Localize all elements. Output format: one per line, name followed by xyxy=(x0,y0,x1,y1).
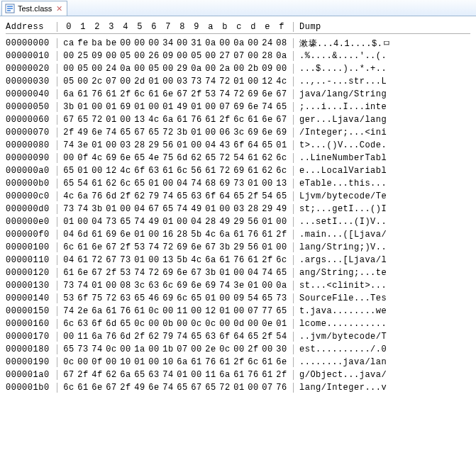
file-tab[interactable]: Test.class ✕ xyxy=(1,1,67,16)
hex-byte: 2f xyxy=(118,242,133,252)
hex-bytes: 743e010003282956010004436f646501 xyxy=(57,140,294,150)
hex-byte: 04 xyxy=(189,217,204,227)
hex-row[interactable]: 0000003005002c07002d0100037374720100124c… xyxy=(6,75,470,88)
hex-row[interactable]: 000000c04c6a766d2f62797465636f64652f5465… xyxy=(6,190,470,203)
hex-row[interactable]: 000000d073743b01000467657449010003282949… xyxy=(6,203,470,215)
hex-byte: 6e xyxy=(260,89,275,99)
hex-byte: 6f xyxy=(133,166,147,176)
hex-row[interactable]: 000000100025090005002609000500270700280a… xyxy=(6,50,470,62)
hex-byte: 6a xyxy=(90,332,104,342)
close-icon[interactable]: ✕ xyxy=(55,4,64,13)
hex-byte: 00 xyxy=(189,306,204,316)
hex-byte: 12 xyxy=(260,77,275,86)
hex-row[interactable]: 0000017000116a766d2f62797465636f64652f54… xyxy=(6,330,470,343)
hex-byte: 77 xyxy=(260,306,275,316)
hex-row[interactable]: 0000013073740100083c636c696e69743e01000a… xyxy=(6,279,470,292)
hex-byte: 56 xyxy=(189,166,204,176)
hex-row[interactable]: 0000011004617267730100135b4c6a6176612f6c… xyxy=(6,254,470,266)
hex-byte: 27 xyxy=(218,51,232,61)
hex-byte: 69 xyxy=(232,166,246,176)
address-cell: 000000c0 xyxy=(6,191,57,201)
hex-byte: 0b xyxy=(161,319,175,329)
hex-byte: 13 xyxy=(161,255,175,265)
hex-byte: 61 xyxy=(104,89,118,99)
hex-byte: 01 xyxy=(275,140,289,150)
hex-byte: 0c xyxy=(189,319,204,329)
hex-byte: 0a xyxy=(275,281,289,291)
hex-byte: 74 xyxy=(260,102,275,112)
hex-byte: 73 xyxy=(62,281,76,291)
hex-byte: 67 xyxy=(104,255,118,265)
hex-byte: 00 xyxy=(90,102,104,112)
hex-byte: 00 xyxy=(232,64,246,74)
hex-byte: 54 xyxy=(232,153,246,163)
hex-row[interactable]: 000000a0650100124c6f63616c5661726961626c… xyxy=(6,164,470,177)
hex-byte: 6e xyxy=(260,115,275,125)
hex-byte: 63 xyxy=(204,332,218,342)
hex-row[interactable]: 000000b0655461626c6501000474686973010013… xyxy=(6,177,470,190)
hex-row[interactable]: 00000020000500240a000500290a002a002b0900… xyxy=(6,62,470,75)
hex-byte: 00 xyxy=(147,38,161,48)
hex-byte: 6c xyxy=(133,89,147,99)
hex-byte: 76 xyxy=(118,306,133,316)
hex-row[interactable]: 00000140536f7572636546696c65010009546573… xyxy=(6,292,470,305)
hex-row[interactable]: 000001006c616e672f537472696e673b29560100… xyxy=(6,241,470,254)
hex-row[interactable]: 000001900c000f00100100106a6176612f6c616e… xyxy=(6,356,470,369)
address-cell: 000000e0 xyxy=(6,217,57,227)
address-cell: 00000040 xyxy=(6,89,57,99)
hex-bytes: 4c6a766d2f62797465636f64652f5465 xyxy=(57,191,294,201)
hex-bytes: 05002c07002d0100037374720100124c xyxy=(57,77,294,86)
hex-row[interactable]: 00000000cafebabe0000003400310a000a002408… xyxy=(6,37,470,50)
hex-col-header: c xyxy=(232,22,246,32)
hex-row[interactable]: 000001806573740c001a001b07002e0c002f0030… xyxy=(6,343,470,356)
hex-row[interactable]: 000000606765720100134c6a6176612f6c616e67… xyxy=(6,113,470,126)
hex-byte: 00 xyxy=(189,344,204,354)
hex-byte: 65 xyxy=(275,191,289,201)
hex-bytes: 046d61696e010016285b4c6a6176612f xyxy=(57,230,294,240)
hex-byte: 6e xyxy=(161,89,175,99)
hex-byte: 00 xyxy=(260,179,275,189)
hex-byte: 2f xyxy=(76,370,90,380)
hex-bytes: 742e6a6176610c001100120100077765 xyxy=(57,306,294,316)
hex-row[interactable]: 00000150742e6a6176610c001100120100077765… xyxy=(6,305,470,318)
hex-byte: 2f xyxy=(260,255,275,265)
hex-byte: 26 xyxy=(147,51,161,61)
hex-byte: 4c xyxy=(204,230,218,240)
hex-byte: 79 xyxy=(161,332,175,342)
hex-bytes: 672f4f626a6563740100116a6176612f xyxy=(57,370,294,380)
hex-row[interactable]: 000001b06c616e672f496e746567657201000776… xyxy=(6,381,470,394)
ascii-dump: .args...[Ljava/l xyxy=(294,255,387,265)
hex-byte: 1b xyxy=(161,344,175,354)
hex-byte: 6e xyxy=(118,153,133,163)
hex-byte: 65 xyxy=(118,319,133,329)
hex-byte: 01 xyxy=(104,115,118,125)
hex-byte: 01 xyxy=(232,77,246,86)
hex-byte: 01 xyxy=(161,217,175,227)
ascii-dump: g/Object...java/ xyxy=(294,370,387,380)
hex-byte: 3c xyxy=(232,128,246,137)
hex-row[interactable]: 00000120616e672f537472696e673b0100047465… xyxy=(6,266,470,279)
hex-row[interactable]: 000000503b0100016901000149010007696e7465… xyxy=(6,101,470,113)
hex-row[interactable]: 000000e001000473657449010004284929560100… xyxy=(6,215,470,228)
hex-byte: 13 xyxy=(133,115,147,125)
hex-byte: 00 xyxy=(147,102,161,112)
hex-row[interactable]: 00000090000f4c696e654e756d6265725461626c… xyxy=(6,152,470,164)
hex-row[interactable]: 000000406a6176612f6c616e672f537472696e67… xyxy=(6,88,470,101)
hex-row[interactable]: 000000702f496e74656765723b0100063c696e69… xyxy=(6,126,470,139)
hex-byte: 69 xyxy=(246,89,260,99)
hex-row[interactable]: 000001606c636f6d650c000b000c0c000d000e01… xyxy=(6,318,470,330)
hex-byte: 00 xyxy=(62,51,76,61)
hex-byte: 11 xyxy=(175,306,189,316)
hex-byte: 65 xyxy=(260,293,275,303)
hex-row[interactable]: 00000080743e010003282956010004436f646501… xyxy=(6,139,470,152)
ascii-dump: st;...getI...()I xyxy=(294,204,387,214)
address-cell: 00000160 xyxy=(6,319,57,329)
hex-byte: 65 xyxy=(246,332,260,342)
address-cell: 00000090 xyxy=(6,153,57,163)
hex-byte: 00 xyxy=(175,51,189,61)
hex-row[interactable]: 000000f0046d61696e010016285b4c6a6176612f… xyxy=(6,228,470,241)
hex-row[interactable]: 000001a0672f4f626a6563740100116a6176612f… xyxy=(6,369,470,381)
hex-byte: 6c xyxy=(275,166,289,176)
hex-byte: 6c xyxy=(246,357,260,367)
hex-byte: 06 xyxy=(218,128,232,137)
